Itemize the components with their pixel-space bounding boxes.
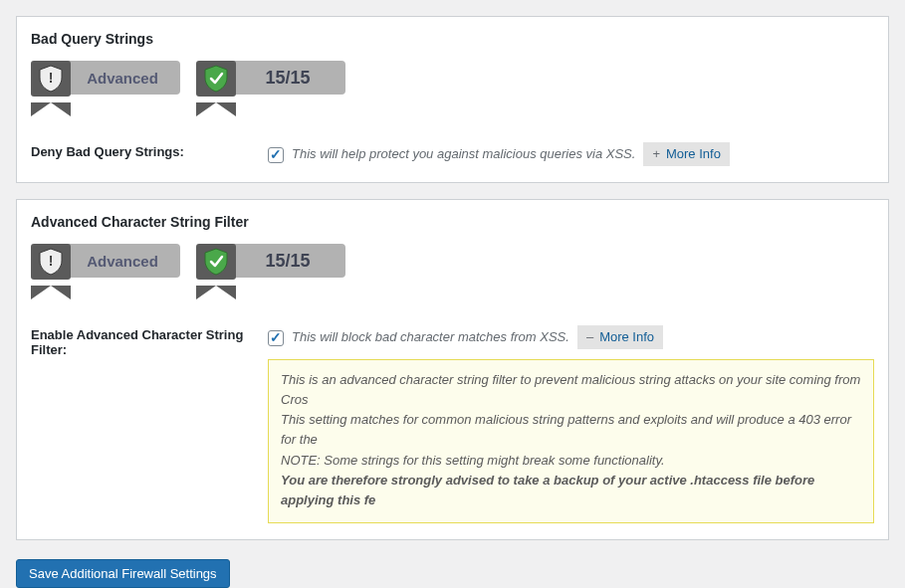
ribbon (196, 61, 236, 116)
svg-text:!: ! (49, 70, 54, 86)
info-strong: You are therefore strongly advised to ta… (281, 471, 861, 510)
shield-check-icon (203, 248, 229, 276)
badges-row: ! Advanced 15/15 (17, 236, 888, 299)
setting-label: Enable Advanced Character String Filter: (31, 325, 268, 357)
panel-title: Bad Query Strings (17, 17, 888, 53)
info-note: NOTE: Some strings for this setting migh… (281, 451, 861, 471)
badge-score: 15/15 (196, 61, 345, 116)
plus-icon: + (652, 143, 660, 165)
badge-score-label: 15/15 (230, 244, 345, 278)
deny-bad-query-checkbox[interactable] (268, 147, 284, 163)
enable-adv-filter-checkbox[interactable] (268, 330, 284, 346)
badge-score-label: 15/15 (230, 61, 345, 95)
badge-score: 15/15 (196, 244, 345, 299)
info-line: This setting matches for common maliciou… (281, 410, 861, 450)
panel-title: Advanced Character String Filter (17, 200, 888, 236)
badge-level: ! Advanced (31, 244, 180, 299)
more-info-label: More Info (599, 326, 654, 348)
shield-icon: ! (38, 65, 64, 93)
ribbon: ! (31, 61, 71, 116)
more-info-label: More Info (666, 143, 721, 165)
setting-row-deny-bad-query: Deny Bad Query Strings: This will help p… (17, 116, 888, 166)
minus-icon: – (586, 326, 593, 348)
panel-bad-query-strings: Bad Query Strings ! Advanced 15/15 Deny … (16, 16, 889, 183)
setting-label: Deny Bad Query Strings: (31, 142, 268, 159)
shield-check-icon (203, 65, 229, 93)
more-info-button[interactable]: + More Info (643, 142, 730, 166)
info-line: This is an advanced character string fil… (281, 370, 861, 410)
svg-text:!: ! (49, 253, 54, 269)
badge-level-label: Advanced (65, 61, 180, 95)
badge-level-label: Advanced (65, 244, 180, 278)
setting-description: This will block bad character matches fr… (292, 327, 569, 347)
badges-row: ! Advanced 15/15 (17, 53, 888, 116)
shield-icon: ! (38, 248, 64, 276)
setting-description: This will help protect you against malic… (292, 144, 635, 164)
save-additional-firewall-button[interactable]: Save Additional Firewall Settings (16, 559, 230, 588)
info-box: This is an advanced character string fil… (268, 359, 874, 523)
setting-row-enable-adv-filter: Enable Advanced Character String Filter:… (17, 299, 888, 523)
more-info-button[interactable]: – More Info (577, 325, 663, 349)
panel-advanced-char-filter: Advanced Character String Filter ! Advan… (16, 199, 889, 540)
ribbon (196, 244, 236, 299)
badge-level: ! Advanced (31, 61, 180, 116)
ribbon: ! (31, 244, 71, 299)
